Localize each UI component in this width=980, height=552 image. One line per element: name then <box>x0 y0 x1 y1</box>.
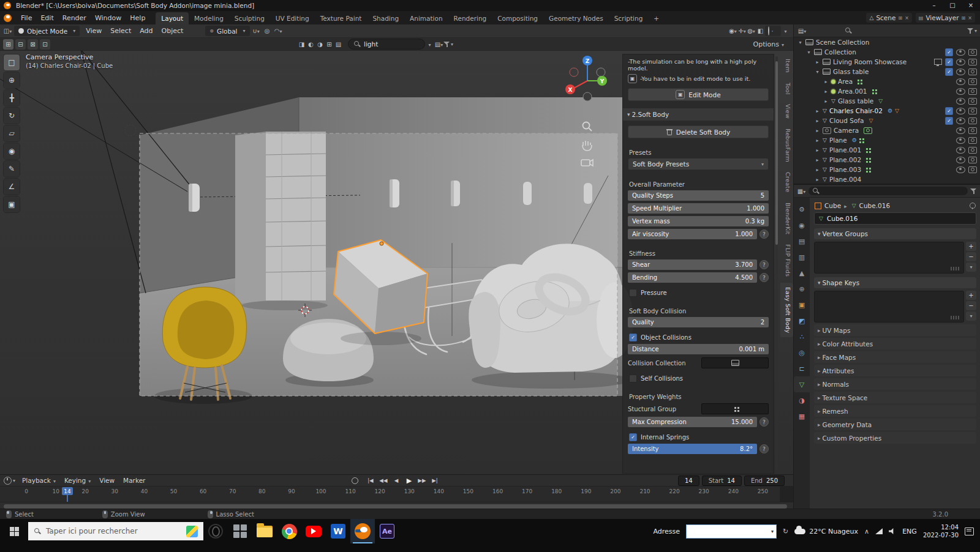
properties-editor-icon[interactable]: ▦▾ <box>797 188 806 195</box>
shading-solid-icon[interactable] <box>772 31 773 32</box>
menu-item[interactable]: Render <box>58 14 91 22</box>
timeline-tick[interactable]: 230 <box>689 487 718 502</box>
axis-neg-ball[interactable] <box>570 68 578 76</box>
viewport-search-input[interactable]: light <box>348 39 425 50</box>
outliner-row-area-001[interactable]: ▸Area.001 <box>794 86 980 96</box>
disable-render-icon[interactable] <box>968 166 977 173</box>
help-icon[interactable] <box>760 229 769 239</box>
help-icon[interactable] <box>760 273 769 282</box>
disable-render-icon[interactable] <box>968 127 977 134</box>
jump-to-end-button[interactable] <box>429 477 440 483</box>
overlays-toggle-icon[interactable]: ◍▾ <box>747 28 756 34</box>
keying-menu[interactable]: Keying <box>60 477 95 484</box>
hide-eye-icon[interactable] <box>956 166 965 173</box>
vertex-group-specials-button[interactable]: ▾ <box>966 263 976 272</box>
collision-quality-slider[interactable]: Quality2 <box>628 317 769 327</box>
vertex-groups-list[interactable] <box>814 242 964 274</box>
camera-view-icon[interactable] <box>581 160 593 166</box>
axis-neg-ball[interactable] <box>583 92 592 101</box>
outliner-row-collection[interactable]: ▾Collection <box>794 47 980 57</box>
filter-restrict-icon-5[interactable]: ▤ <box>334 41 343 48</box>
tab-constraint-properties[interactable]: ⊏ <box>794 360 810 376</box>
scene-selector[interactable]: △ Scene ⊞ × <box>866 13 911 23</box>
timeline-tick[interactable]: 190 <box>571 487 601 502</box>
options-button[interactable]: Options <box>753 40 784 48</box>
xray-toggle-icon[interactable]: ◧ <box>756 28 765 34</box>
pan-hand-icon[interactable] <box>582 141 592 151</box>
pouf[interactable] <box>283 319 374 387</box>
properties-search-input[interactable] <box>809 187 968 195</box>
timeline-tick[interactable]: 40 <box>129 487 159 502</box>
datablock-name-field[interactable]: ▽ Cube.016 <box>814 212 976 225</box>
disable-render-icon[interactable] <box>968 137 977 144</box>
scale-tool[interactable] <box>4 125 20 141</box>
sidebar-tab-blenderkit[interactable]: BlenderKit <box>780 198 793 239</box>
outliner-search-icon[interactable] <box>845 27 852 34</box>
collapsed-section[interactable]: Custom Properties <box>814 432 976 444</box>
move-tool[interactable] <box>4 90 20 106</box>
viewlayer-selector[interactable]: ▤ ViewLayer ⊞ × <box>916 13 975 23</box>
filter-funnel-icon[interactable]: ▾ <box>443 41 453 48</box>
tab-texture-properties[interactable]: ▦ <box>794 408 810 424</box>
clock[interactable]: 12:04 2022-07-30 <box>923 523 959 539</box>
add-cube-tool[interactable] <box>4 196 20 212</box>
tab-object-properties[interactable]: ▣ <box>794 297 810 313</box>
tab-rendering[interactable]: Rendering <box>448 12 492 24</box>
cursor-tool[interactable] <box>4 72 20 88</box>
remove-vertex-group-button[interactable]: − <box>966 252 976 261</box>
new-scene-icon[interactable]: ⊞ <box>898 15 902 21</box>
pin-icon[interactable] <box>970 203 976 209</box>
collection-checkbox[interactable] <box>945 58 953 66</box>
snap-magnet-icon[interactable]: ∪▾ <box>252 28 261 34</box>
tab-uv-editing[interactable]: UV Editing <box>270 12 315 24</box>
sidebar-tab-view[interactable]: View <box>780 100 793 123</box>
remove-viewlayer-icon[interactable]: × <box>968 15 972 21</box>
outliner-row-camera[interactable]: ▸Camera <box>794 125 980 135</box>
tab-animation[interactable]: Animation <box>404 12 448 24</box>
disable-render-icon[interactable] <box>968 59 977 65</box>
help-icon[interactable] <box>760 260 769 269</box>
search-highlight-icon[interactable] <box>186 526 198 537</box>
collision-collection-field[interactable] <box>701 357 769 368</box>
timeline-tick[interactable]: 100 <box>306 487 336 502</box>
tab-output-properties[interactable]: ▤ <box>794 233 810 249</box>
sidebar-tab-rebusfarm[interactable]: RebusFarm <box>780 124 793 166</box>
outliner-row-charles-chair[interactable]: ▸▽Charles Chair-02 ⚙ ▽ <box>794 106 980 116</box>
close-button[interactable]: × <box>962 0 980 11</box>
outliner-row-scene-collection[interactable]: ▾Scene Collection <box>794 37 980 47</box>
bending-slider[interactable]: Bending4.500 <box>628 272 757 283</box>
outliner-row-plane-004[interactable]: ▸▽Plane.004 <box>794 174 980 184</box>
add-shape-key-button[interactable]: + <box>966 291 976 300</box>
filter-restrict-icon-3[interactable]: ◑ <box>315 41 325 48</box>
delete-softbody-button[interactable]: Delete Soft Body <box>628 125 769 138</box>
shelf-unit[interactable] <box>235 132 328 310</box>
remove-shape-key-button[interactable]: − <box>966 301 976 310</box>
measure-tool[interactable] <box>4 179 20 195</box>
help-icon[interactable] <box>760 417 769 427</box>
collapsed-section[interactable]: Face Maps <box>814 351 976 363</box>
sidebar-scrollbar[interactable] <box>775 56 778 470</box>
proportional-falloff-icon[interactable]: ◠▾ <box>274 28 283 34</box>
viewport-menu-item[interactable]: Add <box>135 27 157 35</box>
vertex-mass-slider[interactable]: Vertex mass0.3 kg <box>628 216 769 226</box>
tab-particle-properties[interactable]: ∴ <box>794 329 810 345</box>
tab-scene-properties[interactable]: ▲ <box>794 265 810 281</box>
vertex-groups-section[interactable]: Vertex Groups <box>814 228 976 239</box>
tab-modeling[interactable]: Modeling <box>189 12 229 24</box>
timeline-tick[interactable]: 70 <box>218 487 247 502</box>
selectability-checkbox[interactable] <box>945 117 953 125</box>
timeline-tick[interactable]: 50 <box>159 487 188 502</box>
timeline-tick[interactable]: 210 <box>630 487 660 502</box>
volume-icon[interactable] <box>889 528 896 534</box>
timeline-tick[interactable]: 160 <box>483 487 513 502</box>
rotate-tool[interactable] <box>4 108 20 124</box>
viewport-menu-item[interactable]: Select <box>106 27 135 35</box>
timeline-tick[interactable]: 60 <box>189 487 218 502</box>
tab-world-properties[interactable]: ⊕ <box>794 281 810 297</box>
tab-compositing[interactable]: Compositing <box>492 12 543 24</box>
pressure-checkbox[interactable]: Pressure <box>629 289 769 297</box>
tab-scripting[interactable]: Scripting <box>609 12 649 24</box>
marker-menu[interactable]: Marker <box>119 477 149 484</box>
sidebar-tab-flip-fluids[interactable]: FLIP Fluids <box>780 240 793 281</box>
mode-selector[interactable]: Object Mode <box>14 26 80 36</box>
